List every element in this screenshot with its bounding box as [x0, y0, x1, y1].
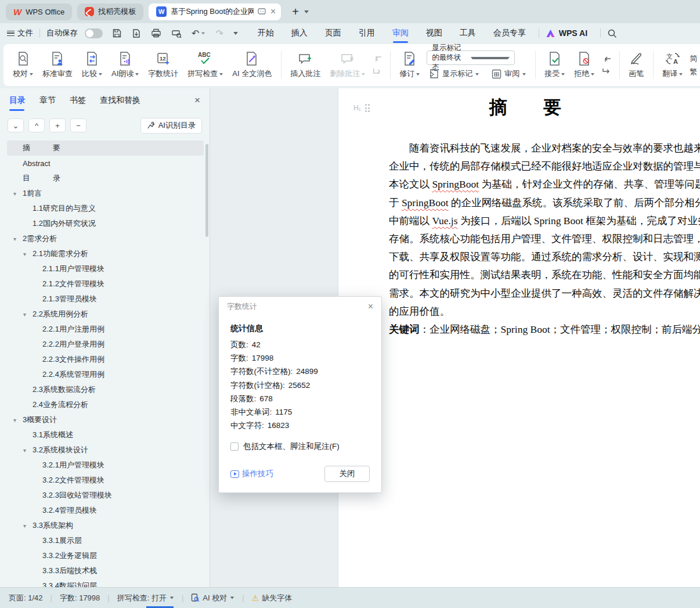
translate-button[interactable]: 文A 翻译 — [658, 49, 687, 81]
toc-item[interactable]: 1.1研究目的与意义 — [7, 201, 204, 216]
ai-polish-button[interactable]: AI 全文润色 — [228, 49, 276, 81]
missing-font-warning[interactable]: ⚠ 缺失字体 — [252, 593, 293, 603]
document-text-line[interactable]: 本论文以 SpringBoot 为基础，针对企业文件的存储、共享、管理等问题，提… — [389, 175, 700, 193]
next-change-icon[interactable] — [602, 67, 612, 75]
toc-item[interactable]: 3.2.3回收站管理模块 — [7, 488, 204, 503]
zoom-out-outline-button[interactable]: − — [70, 118, 86, 132]
toc-item[interactable]: 2.1.1用户管理模块 — [7, 261, 204, 276]
checkbox-icon[interactable] — [230, 442, 239, 451]
sidebar-close-icon[interactable]: × — [194, 95, 200, 106]
document-text-line[interactable]: 关键词：企业网络磁盘；Spring Boot；文件管理；权限控制；前后端分离 — [389, 321, 700, 339]
track-changes-button[interactable]: 修订 — [395, 49, 424, 81]
export-icon[interactable] — [132, 28, 141, 38]
accept-change-button[interactable]: 接受 — [540, 49, 569, 81]
spellcheck-status[interactable]: 拼写检查: 打开 — [117, 593, 174, 603]
toc-item[interactable]: 1.2国内外研究状况 — [7, 216, 204, 231]
file-menu[interactable]: 文件 — [7, 28, 33, 38]
new-tab-button[interactable]: + — [292, 5, 299, 19]
toc-collapse-icon[interactable]: ▾ — [23, 311, 33, 318]
menu-tab-7[interactable]: 工具 — [460, 28, 476, 38]
sidebar-tab-2[interactable]: 章节 — [39, 95, 56, 106]
traditional-to-simplified-button[interactable]: 繁→ 转简 — [687, 66, 700, 78]
toc-item[interactable]: 3.2.4管理员模块 — [7, 503, 204, 518]
document-text-line[interactable]: 中前端以 Vue.js 为接口，后端以 Spring Boot 框架为基础，完成… — [389, 212, 700, 230]
toc-item[interactable]: 2.3系统数据流分析 — [7, 382, 204, 397]
menu-tab-2[interactable]: 插入 — [291, 28, 308, 38]
tab-docer-templates[interactable]: 找稻壳模板 — [77, 3, 143, 20]
proofread-button[interactable]: 校对 — [8, 49, 38, 81]
toc-item[interactable]: 3.1系统概述 — [7, 427, 204, 442]
toc-item[interactable]: ▾3.3系统架构 — [7, 518, 204, 533]
sidebar-tab-1[interactable]: 目录 — [9, 95, 26, 106]
autosave-control[interactable]: 自动保存 — [46, 28, 103, 38]
sidebar-scrollbar[interactable] — [205, 144, 208, 237]
document-text-line[interactable]: 存储。系统核心功能包括用户管理、文件管理、权限控制和日志管理，支持文件 — [389, 230, 700, 248]
tab-document[interactable]: W 基于Spring Boot的企业网盘 × — [149, 3, 281, 20]
standard-review-button[interactable]: 标准审查 — [38, 49, 77, 81]
menu-tab-3[interactable]: 页面 — [325, 28, 341, 38]
reject-change-button[interactable]: 拒绝 — [569, 49, 599, 81]
toc-item[interactable]: 2.2.3文件操作用例 — [7, 352, 204, 367]
tab-close-icon[interactable]: × — [270, 6, 276, 17]
print-icon[interactable] — [151, 28, 161, 38]
document-text-line[interactable]: 需求。本文的研究为中小型企业提供了一种高效、灵活的文件存储解决方案， — [389, 285, 700, 303]
search-icon[interactable] — [607, 28, 617, 38]
word-count-indicator[interactable]: 字数: 17998 — [60, 593, 100, 603]
menu-tab-4[interactable]: 引用 — [359, 28, 375, 38]
document-title[interactable]: 摘 要 — [389, 95, 662, 120]
save-icon[interactable] — [112, 28, 122, 38]
simplified-to-traditional-button[interactable]: 简→ 转繁 — [687, 53, 700, 64]
document-text-line[interactable]: 企业中，传统的局部存储模式已经不能很好地适应企业对数据的管理与协同工 — [389, 157, 700, 175]
include-footnotes-option[interactable]: 包括文本框、脚注和尾注(F) — [230, 441, 370, 452]
markup-state-dropdown[interactable]: 显示标记的最终状态 — [427, 51, 515, 65]
menu-tab-5[interactable]: 审阅 — [392, 28, 409, 38]
ai-recognize-toc-button[interactable]: AI识别目录 — [140, 118, 202, 134]
toc-item[interactable]: ▾3.2系统模块设计 — [7, 442, 204, 458]
ai-proofread-status[interactable]: AI 校对 — [191, 593, 234, 603]
menu-tab-8[interactable]: 会员专享 — [493, 28, 526, 38]
reviewers-button[interactable]: 审阅 — [489, 68, 528, 80]
toc-item[interactable]: 3.3.4数据访问层 — [7, 578, 204, 587]
toc-item[interactable]: 3.3.1展示层 — [7, 533, 204, 548]
document-text-line[interactable]: 下载、共享及权限设置等功能。通过系统的需求分析、设计、实现和测试，验 — [389, 248, 700, 266]
toc-item[interactable]: 3.2.2文件管理模块 — [7, 473, 204, 488]
toc-item[interactable]: ▾1前言 — [7, 186, 204, 201]
quickbar-caret-icon[interactable] — [233, 32, 238, 35]
toc-item[interactable]: ▾3概要设计 — [7, 412, 204, 427]
tab-wps-office[interactable]: W WPS Office — [6, 3, 72, 20]
spell-check-button[interactable]: ABC 拼写检查 — [183, 49, 228, 81]
document-text-line[interactable]: 的应用价值。 — [389, 303, 700, 321]
tab-list-caret-icon[interactable] — [304, 10, 309, 13]
collapse-all-button[interactable]: ^ — [28, 118, 45, 132]
toc-item[interactable]: 3.3.3后端技术栈 — [7, 563, 204, 578]
document-page[interactable]: H₁ 摘 要 随着资讯科技的飞速发展，企业对档案的安全与效率的要求也越来越高。企… — [338, 88, 700, 587]
toc-item[interactable]: 摘 要 — [7, 141, 204, 156]
page-indicator[interactable]: 页面: 1/42 — [9, 593, 43, 603]
word-count-button[interactable]: 12 字数统计 — [143, 49, 183, 81]
ink-brush-button[interactable]: 画笔 — [624, 49, 648, 81]
toc-collapse-icon[interactable]: ▾ — [13, 417, 23, 423]
dialog-titlebar[interactable]: 字数统计 × — [219, 297, 381, 316]
autosave-toggle[interactable] — [85, 28, 103, 38]
previous-change-icon[interactable] — [602, 55, 612, 63]
document-text-line[interactable]: 的可行性和实用性。测试结果表明，系统在功能、性能和安全方面均能满足企 — [389, 266, 700, 284]
toc-collapse-icon[interactable]: ▾ — [23, 447, 33, 454]
toc-item[interactable]: 2.4业务流程分析 — [7, 397, 204, 412]
toc-item[interactable]: 2.2.1用户注册用例 — [7, 322, 204, 337]
toc-collapse-icon[interactable]: ▾ — [13, 236, 23, 242]
toc-collapse-icon[interactable]: ▾ — [23, 251, 33, 257]
menu-tab-1[interactable]: 开始 — [258, 28, 274, 38]
toc-item[interactable]: 目 录 — [7, 171, 204, 186]
show-markup-button[interactable]: 显示标记 — [427, 68, 481, 80]
toc-item[interactable]: ▾2需求分析 — [7, 231, 204, 246]
ai-read-aloud-button[interactable]: AI朗读 — [107, 49, 143, 81]
sidebar-tab-3[interactable]: 书签 — [70, 95, 86, 106]
menu-tab-6[interactable]: 视图 — [426, 28, 442, 38]
zoom-in-outline-button[interactable]: + — [49, 118, 66, 132]
print-preview-icon[interactable] — [171, 28, 182, 38]
document-text-line[interactable]: 随着资讯科技的飞速发展，企业对档案的安全与效率的要求也越来越高。 — [389, 139, 700, 157]
toc-item[interactable]: 2.1.3管理员模块 — [7, 292, 204, 307]
compare-button[interactable]: 比较 — [77, 49, 107, 81]
insert-comment-button[interactable]: 插入批注 — [286, 49, 325, 81]
drag-handle-icon[interactable] — [365, 104, 370, 112]
